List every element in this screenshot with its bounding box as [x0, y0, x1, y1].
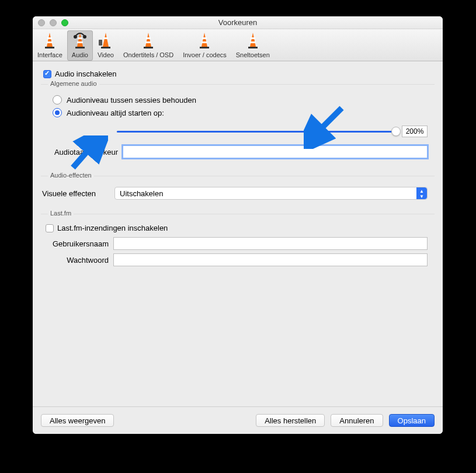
save-button[interactable]: Opslaan [389, 414, 435, 427]
preferences-window: Voorkeuren Interface Audio Video Onde [33, 16, 443, 434]
cone-film-icon [98, 32, 114, 50]
visual-effects-select[interactable]: Uitschakelen ▲▼ [114, 187, 428, 200]
chevron-updown-icon: ▲▼ [419, 189, 425, 199]
start-volume-label: Audioniveau altijd starten op: [67, 109, 164, 117]
cone-icon [41, 32, 58, 50]
tab-label: Interface [37, 51, 62, 58]
volume-percent-box[interactable]: 200% [402, 126, 428, 137]
svg-rect-10 [99, 40, 102, 46]
audio-effects-group-label: Audio-effecten [48, 172, 94, 179]
svg-rect-18 [250, 41, 256, 43]
volume-slider[interactable] [117, 127, 396, 136]
tab-hotkeys[interactable]: Sneltoetsen [231, 30, 275, 61]
slider-thumb[interactable] [391, 127, 401, 136]
audio-lang-label: Audiotaal-voorkeur [53, 148, 118, 156]
content-pane: Audio inschakelen Algemene audio Audioni… [33, 61, 443, 406]
svg-point-6 [74, 35, 77, 39]
audio-lang-input[interactable] [123, 145, 428, 158]
svg-rect-3 [78, 37, 82, 39]
cone-icon [245, 32, 261, 50]
enable-audio-label: Audio inschakelen [55, 69, 117, 78]
lastfm-pass-input[interactable] [113, 253, 428, 266]
start-volume-radio[interactable] [53, 108, 62, 117]
tab-label: Ondertitels / OSD [123, 51, 173, 58]
svg-rect-11 [146, 37, 151, 39]
reset-button[interactable]: Alles herstellen [256, 414, 325, 427]
dialog-footer: Alles weergeven Alles herstellen Annuler… [33, 406, 443, 434]
svg-rect-14 [202, 37, 207, 39]
svg-rect-15 [201, 41, 207, 43]
window-title: Voorkeuren [33, 18, 443, 27]
tab-interface[interactable]: Interface [33, 30, 67, 61]
lastfm-group-label: Last.fm [48, 210, 74, 217]
lastfm-pass-label: Wachtwoord [43, 256, 109, 265]
svg-rect-19 [248, 47, 258, 48]
lastfm-enable-label: Last.fm-inzendingen inschakelen [57, 224, 168, 232]
lastfm-enable-checkbox[interactable] [46, 224, 54, 232]
general-audio-group-label: Algemene audio [48, 80, 99, 87]
svg-rect-2 [45, 47, 54, 48]
lastfm-user-label: Gebruikersnaam [43, 239, 109, 248]
tab-input-codecs[interactable]: Invoer / codecs [178, 30, 231, 61]
svg-rect-12 [145, 41, 151, 43]
tab-label: Sneltoetsen [236, 51, 270, 58]
svg-rect-5 [75, 47, 85, 48]
cancel-button[interactable]: Annuleren [331, 414, 383, 427]
svg-rect-13 [144, 47, 153, 48]
svg-rect-9 [101, 47, 110, 48]
tab-label: Audio [72, 51, 88, 58]
cone-icon [196, 32, 213, 50]
visual-effects-value: Uitschakelen [120, 189, 163, 198]
tab-audio[interactable]: Audio [67, 30, 93, 61]
svg-rect-1 [47, 41, 53, 43]
svg-rect-8 [103, 37, 108, 39]
svg-rect-17 [251, 37, 255, 39]
svg-rect-4 [77, 41, 83, 43]
svg-point-7 [83, 35, 86, 39]
svg-rect-16 [200, 47, 209, 48]
tab-label: Invoer / codecs [183, 51, 227, 58]
tab-label: Video [98, 51, 114, 58]
cone-headphones-icon [72, 32, 88, 50]
slider-fill [117, 131, 396, 133]
keep-volume-radio[interactable] [53, 95, 62, 105]
titlebar: Voorkeuren [33, 16, 443, 29]
show-all-button[interactable]: Alles weergeven [41, 414, 114, 427]
svg-rect-0 [47, 37, 52, 39]
lastfm-user-input[interactable] [113, 237, 428, 250]
tab-subtitles[interactable]: Ondertitels / OSD [119, 30, 178, 61]
visual-effects-label: Visuele effecten [41, 189, 110, 198]
keep-volume-label: Audioniveau tussen sessies behouden [67, 96, 196, 105]
preferences-toolbar: Interface Audio Video Ondertitels / OSD … [33, 29, 443, 61]
enable-audio-checkbox[interactable] [43, 70, 51, 78]
tab-video[interactable]: Video [93, 30, 119, 61]
cone-icon [140, 32, 157, 50]
